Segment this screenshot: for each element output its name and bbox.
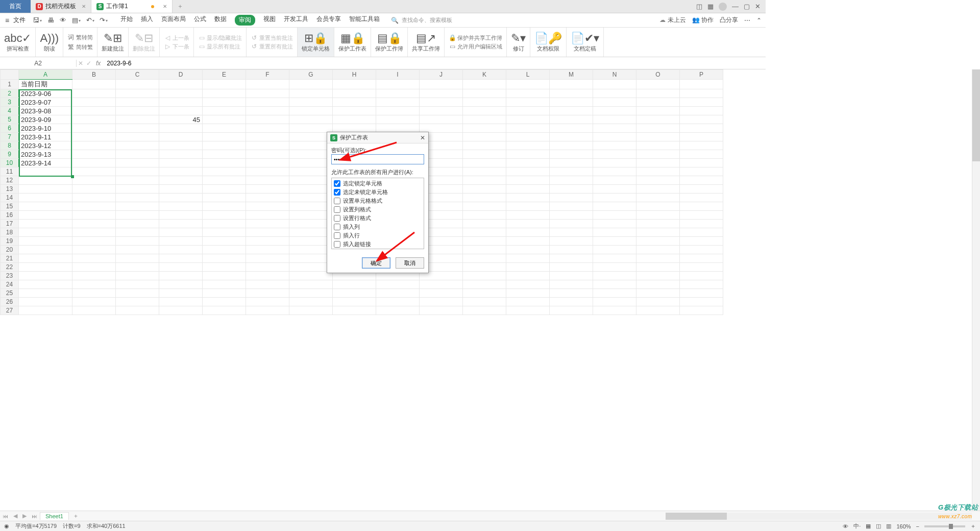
cell[interactable] — [116, 254, 159, 263]
cell[interactable] — [463, 202, 506, 211]
row-header[interactable]: 25 — [1, 289, 19, 298]
cell[interactable] — [680, 107, 723, 115]
preview-icon[interactable]: 👁 — [60, 16, 66, 24]
cell[interactable]: 2023-9-08 — [19, 107, 72, 115]
cell[interactable] — [19, 272, 72, 280]
cell[interactable] — [506, 141, 550, 150]
cell[interactable] — [159, 124, 203, 133]
tab-home[interactable]: 首页 — [0, 0, 31, 13]
cell[interactable] — [203, 167, 246, 176]
cell[interactable]: 2023-9-06 — [19, 89, 72, 98]
cell[interactable] — [159, 228, 203, 237]
cell[interactable] — [636, 289, 680, 298]
cell[interactable] — [116, 133, 159, 141]
menu-tab[interactable]: 开发工具 — [284, 15, 308, 26]
cell[interactable] — [680, 150, 723, 159]
cell[interactable] — [159, 254, 203, 263]
permission-item[interactable]: 插入行 — [332, 231, 424, 240]
cell[interactable] — [550, 254, 593, 263]
save-icon[interactable]: 🖫 — [33, 16, 41, 24]
cell[interactable] — [203, 246, 246, 254]
cell[interactable] — [246, 133, 289, 141]
cell[interactable] — [246, 289, 289, 298]
cell[interactable] — [203, 306, 246, 315]
cell[interactable] — [159, 306, 203, 315]
column-header[interactable]: F — [246, 70, 289, 80]
cell[interactable] — [72, 306, 116, 315]
cell[interactable] — [19, 176, 72, 185]
cell[interactable] — [463, 228, 506, 237]
menu-tab[interactable]: 视图 — [263, 15, 276, 26]
cell[interactable] — [506, 80, 550, 89]
cell[interactable] — [680, 141, 723, 150]
column-header[interactable]: L — [506, 70, 550, 80]
cell[interactable] — [550, 150, 593, 159]
cell[interactable] — [506, 298, 550, 306]
cell[interactable] — [636, 194, 680, 202]
cell[interactable] — [246, 220, 289, 228]
permission-checkbox[interactable] — [334, 232, 340, 239]
cell[interactable] — [506, 150, 550, 159]
formula-input[interactable] — [104, 60, 766, 67]
cell[interactable] — [289, 115, 333, 124]
cell[interactable] — [550, 159, 593, 167]
undo-icon[interactable]: ↶ — [86, 16, 94, 24]
cell[interactable] — [116, 263, 159, 272]
cell[interactable] — [203, 272, 246, 280]
column-header[interactable]: G — [289, 70, 333, 80]
cell[interactable] — [506, 107, 550, 115]
cell[interactable] — [289, 306, 333, 315]
cell[interactable] — [593, 167, 636, 176]
cell[interactable] — [19, 167, 72, 176]
cell[interactable] — [246, 280, 289, 289]
name-box[interactable] — [0, 60, 77, 67]
cell[interactable] — [506, 185, 550, 194]
cell[interactable] — [116, 280, 159, 289]
cell[interactable] — [550, 133, 593, 141]
cell[interactable] — [680, 220, 723, 228]
permission-checkbox[interactable] — [334, 198, 340, 204]
cell[interactable] — [593, 124, 636, 133]
close-window-icon[interactable]: ✕ — [755, 3, 761, 10]
cell[interactable] — [636, 220, 680, 228]
cell[interactable] — [289, 228, 333, 237]
menu-tab[interactable]: 会员专享 — [316, 15, 341, 26]
cell[interactable] — [116, 167, 159, 176]
cell[interactable] — [506, 220, 550, 228]
spellcheck-button[interactable]: abc✓拼写检查 — [0, 28, 36, 57]
cell[interactable] — [593, 220, 636, 228]
row-header[interactable]: 16 — [1, 211, 19, 220]
redo-icon[interactable]: ↷ — [100, 16, 107, 24]
cell[interactable] — [289, 185, 333, 194]
cell[interactable] — [246, 272, 289, 280]
cell[interactable]: 2023-9-12 — [19, 141, 72, 150]
cell[interactable] — [420, 124, 463, 133]
cell[interactable] — [593, 211, 636, 220]
cell[interactable] — [680, 289, 723, 298]
protect-workbook-button[interactable]: ▤🔒保护工作簿 — [371, 28, 408, 57]
cell[interactable] — [159, 194, 203, 202]
cell[interactable] — [246, 98, 289, 107]
cell[interactable] — [72, 115, 116, 124]
cell[interactable] — [680, 280, 723, 289]
cell[interactable] — [376, 298, 420, 306]
password-input[interactable] — [331, 154, 424, 164]
menu-tab[interactable]: 公式 — [194, 15, 206, 26]
cell[interactable] — [506, 306, 550, 315]
cell[interactable] — [19, 306, 72, 315]
cell[interactable] — [289, 211, 333, 220]
cell[interactable] — [550, 167, 593, 176]
cell[interactable] — [636, 306, 680, 315]
add-tab-button[interactable]: ＋ — [173, 0, 188, 13]
cell[interactable] — [593, 289, 636, 298]
permission-checkbox[interactable] — [334, 189, 340, 196]
permission-checkbox[interactable] — [334, 241, 340, 248]
cell[interactable] — [593, 115, 636, 124]
cell[interactable] — [636, 124, 680, 133]
cell[interactable] — [680, 115, 723, 124]
file-menu[interactable]: 文件 — [13, 16, 26, 25]
print-icon[interactable]: 🖶 — [47, 16, 54, 24]
cancel-edit-icon[interactable]: ✕ — [77, 60, 85, 67]
cell[interactable] — [116, 124, 159, 133]
name-box-input[interactable] — [15, 60, 61, 67]
